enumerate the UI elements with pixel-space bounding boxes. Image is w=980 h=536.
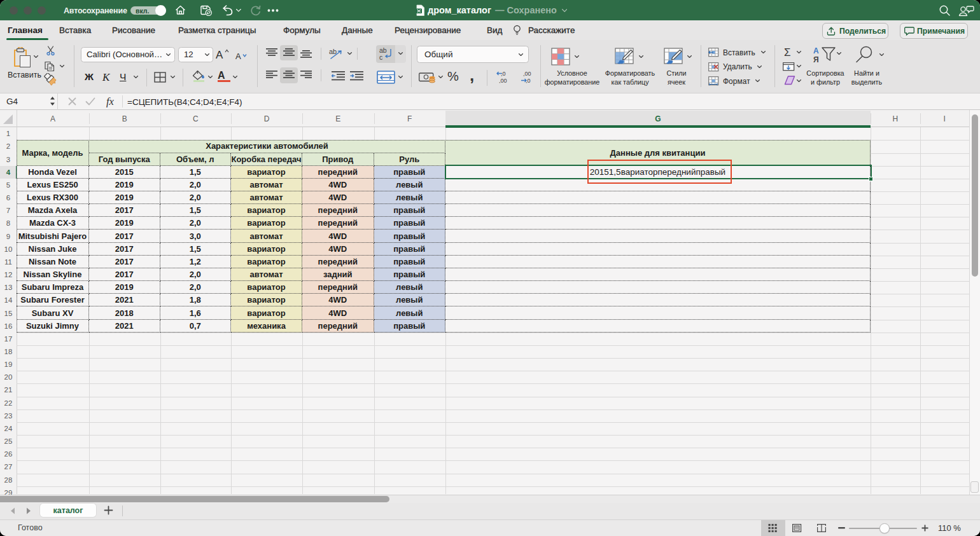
svg-text:Я: Я bbox=[813, 55, 819, 64]
svg-text:А: А bbox=[813, 46, 819, 55]
svg-text:c: c bbox=[379, 53, 382, 60]
svg-text:ab: ab bbox=[329, 48, 337, 55]
